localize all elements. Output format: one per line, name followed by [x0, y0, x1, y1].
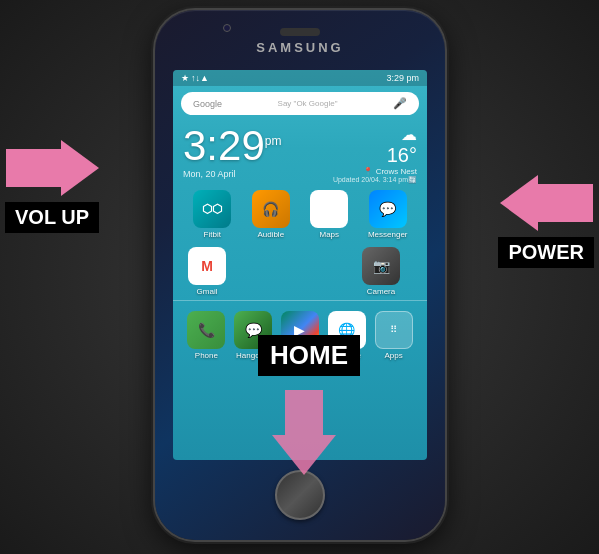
audible-label: Audible [257, 230, 284, 239]
google-label: Google [193, 99, 222, 109]
maps-label: Maps [319, 230, 339, 239]
arrow-body [6, 149, 61, 187]
clock-display: 3:29pm Mon, 20 April [183, 125, 281, 179]
status-left-icons: ★ ↑↓▲ [181, 73, 209, 83]
fitbit-icon: ⬡⬡ [193, 190, 231, 228]
gmail-label: Gmail [197, 287, 218, 296]
phone-app-label: Phone [195, 351, 218, 360]
app-phone[interactable]: 📞 Phone [183, 311, 230, 360]
camera-label: Camera [367, 287, 395, 296]
power-indicator: POWER [498, 175, 594, 268]
apps-grid-icon: ⠿ [375, 311, 413, 349]
status-bar: ★ ↑↓▲ 3:29 pm [173, 70, 427, 86]
app-maps[interactable]: 🗺 Maps [305, 190, 353, 239]
status-time: 3:29 pm [386, 73, 419, 83]
date-display: Mon, 20 April [183, 169, 281, 179]
home-button-physical[interactable] [275, 470, 325, 520]
apps-label: Apps [384, 351, 402, 360]
arrow-head [61, 140, 99, 196]
scene: VOL UP POWER HOME SAMSUNG ★ ↑↓ [0, 0, 599, 554]
app-fitbit[interactable]: ⬡⬡ Fitbit [188, 190, 236, 239]
app-camera[interactable]: 📷 Camera [357, 247, 405, 296]
temperature: 16° [333, 144, 417, 167]
app-messenger[interactable]: 💬 Messenger [364, 190, 412, 239]
mic-icon: 🎤 [393, 97, 407, 110]
arrow-down-body [285, 390, 323, 435]
phone-app-icon: 📞 [187, 311, 225, 349]
search-placeholder: Say "Ok Google" [278, 99, 338, 108]
app-row-2: M Gmail 📷 Camera [173, 241, 427, 298]
home-arrow [272, 390, 336, 475]
time-display: 3:29pm [183, 125, 281, 167]
app-gmail[interactable]: M Gmail [183, 247, 231, 296]
phone-speaker [280, 28, 320, 36]
weather-display: ☁ 16° 📍 Crows Nest Updated 20/04. 3:14 p… [333, 125, 417, 184]
fitbit-label: Fitbit [204, 230, 221, 239]
power-label: POWER [498, 237, 594, 268]
vol-up-label: VOL UP [5, 202, 99, 233]
vol-up-arrow [6, 140, 99, 196]
clock-weather-area: 3:29pm Mon, 20 April ☁ 16° 📍 Crows Nest … [173, 121, 427, 184]
signal-icons: ↑↓▲ [191, 73, 209, 83]
vol-up-indicator: VOL UP [5, 140, 99, 233]
google-search-bar[interactable]: Google Say "Ok Google" 🎤 [181, 92, 419, 115]
brand-label: SAMSUNG [256, 40, 343, 55]
home-label: HOME [258, 335, 360, 376]
app-audible[interactable]: 🎧 Audible [247, 190, 295, 239]
gmail-icon: M [188, 247, 226, 285]
arrow-down-head [272, 435, 336, 475]
app-placeholder [245, 247, 293, 296]
arrow-body [538, 184, 593, 222]
arrow-head [500, 175, 538, 231]
messenger-icon: 💬 [369, 190, 407, 228]
front-camera [223, 24, 231, 32]
camera-icon: 📷 [362, 247, 400, 285]
power-arrow [500, 175, 593, 231]
app-apps[interactable]: ⠿ Apps [370, 311, 417, 360]
audible-icon: 🎧 [252, 190, 290, 228]
location: 📍 Crows Nest [333, 167, 417, 176]
weather-updated: Updated 20/04. 3:14 pm🔄 [333, 176, 417, 184]
bluetooth-icon: ★ [181, 73, 189, 83]
maps-icon: 🗺 [310, 190, 348, 228]
app-row-1: ⬡⬡ Fitbit 🎧 Audible 🗺 Map [173, 184, 427, 241]
messenger-label: Messenger [368, 230, 408, 239]
